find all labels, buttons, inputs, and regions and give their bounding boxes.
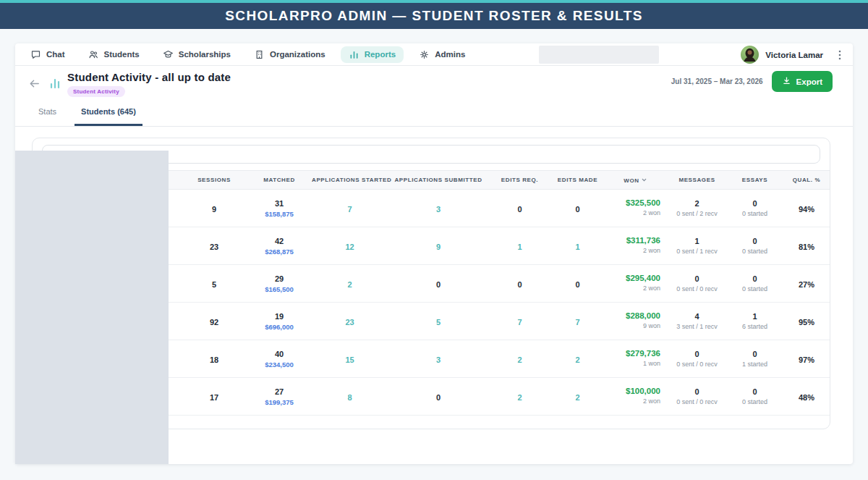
edits-made-value: 0 — [575, 205, 579, 214]
sessions-cell: 9 — [182, 190, 247, 227]
apps-submitted-value-cell: 4 — [388, 416, 489, 430]
apps-submitted-value-cell: 9 — [388, 227, 489, 265]
won-amount: $295,400 — [626, 274, 660, 282]
col-messages[interactable]: MESSAGES — [666, 171, 728, 190]
messages-count: 2 — [666, 199, 728, 208]
matched-cell: 33 — [247, 416, 312, 430]
matched-amount-link[interactable]: $199,375 — [247, 398, 312, 406]
essays-cell: 01 started — [728, 340, 782, 378]
apps-started-value-cell: 7 — [312, 190, 388, 227]
nav-item-admins[interactable]: Admins — [411, 46, 473, 63]
nav-item-scholarships[interactable]: Scholarships — [155, 46, 239, 63]
col-applications-submitted[interactable]: APPLICATIONS SUBMITTED — [388, 171, 489, 190]
col-applications-started[interactable]: APPLICATIONS STARTED — [312, 171, 388, 190]
user-menu: Victoria Lamar — [741, 43, 844, 66]
col-edits-made[interactable]: EDITS MADE — [550, 171, 605, 190]
matched-cell: 42$268,875 — [247, 227, 312, 265]
essays-sub: 6 started — [728, 323, 782, 330]
reports-icon — [349, 49, 359, 60]
edits-made-value[interactable]: 2 — [575, 393, 579, 402]
apps-submitted-value[interactable]: 5 — [436, 318, 441, 327]
apps-started-value[interactable]: 15 — [345, 355, 354, 364]
matched-amount-link[interactable]: $696,000 — [247, 323, 312, 331]
tab-students[interactable]: Students (645) — [75, 107, 142, 126]
edits-made-value-cell: 0 — [550, 190, 605, 227]
edits-req-value: 0 — [517, 205, 522, 214]
matched-amount-link[interactable]: $268,875 — [247, 248, 312, 256]
nav-item-organizations[interactable]: Organizations — [246, 46, 333, 63]
apps-started-value[interactable]: 2 — [347, 280, 352, 289]
won-sub: 2 won — [626, 397, 660, 405]
avatar[interactable] — [741, 46, 759, 64]
sessions-value: 17 — [210, 393, 218, 402]
col-essays[interactable]: ESSAYS — [728, 171, 782, 190]
back-arrow-icon[interactable] — [28, 77, 41, 93]
edits-req-value-cell: 0 — [489, 190, 550, 227]
won-amount: $325,500 — [626, 198, 660, 207]
essays-sub: 0 started — [728, 398, 782, 405]
edits-made-value[interactable]: 2 — [575, 355, 579, 364]
edits-req-value[interactable]: 1 — [517, 243, 522, 251]
edits-made-value-cell: 2 — [550, 340, 605, 378]
redacted-overlay — [15, 151, 169, 464]
matched-amount-link[interactable]: $165,500 — [247, 285, 312, 293]
nav-item-reports[interactable]: Reports — [341, 46, 404, 63]
apps-submitted-value-cell: 3 — [388, 340, 489, 378]
nav-item-students[interactable]: Students — [80, 46, 148, 63]
apps-started-value[interactable]: 12 — [345, 243, 354, 251]
qual-cell: 48% — [782, 378, 830, 416]
edits-req-value[interactable]: 2 — [517, 393, 522, 402]
sessions-value: 5 — [212, 280, 216, 289]
sessions-cell: 28 — [182, 416, 247, 430]
qual-cell: 94% — [782, 190, 830, 227]
won-cell: $279,7361 won — [605, 340, 666, 378]
nav-label: Students — [104, 50, 140, 59]
essays-sub: 0 started — [728, 248, 782, 255]
messages-sub: 0 sent / 0 recv — [666, 361, 728, 368]
matched-count: 19 — [247, 312, 312, 321]
edits-made-value-cell: 7 — [550, 303, 605, 340]
apps-submitted-value[interactable]: 9 — [436, 243, 441, 251]
qual-value: 81% — [799, 243, 814, 251]
apps-started-value[interactable]: 8 — [347, 393, 352, 402]
messages-sub: 0 sent / 0 recv — [666, 398, 728, 405]
export-button[interactable]: Export — [772, 71, 833, 92]
essays-count: 0 — [728, 199, 782, 208]
messages-cell: 43 sent / 1 recv — [666, 303, 728, 340]
matched-count: 42 — [247, 237, 312, 245]
edits-made-value-cell: 0 — [550, 265, 605, 303]
apps-started-value[interactable]: 7 — [347, 205, 352, 214]
col-matched[interactable]: MATCHED — [247, 171, 312, 190]
scholarships-icon — [163, 49, 174, 60]
report-category-badge[interactable]: Student Activity — [67, 86, 125, 97]
essays-sub: 0 started — [728, 210, 782, 217]
organizations-icon — [254, 49, 265, 60]
essays-cell: 00 started — [728, 227, 782, 265]
nav-search-field[interactable] — [539, 46, 659, 64]
apps-started-value[interactable]: 23 — [345, 318, 354, 327]
sessions-cell: 92 — [182, 303, 247, 340]
apps-submitted-value[interactable]: 3 — [436, 205, 441, 214]
sessions-cell: 5 — [182, 265, 247, 303]
matched-amount-link[interactable]: $158,875 — [247, 210, 312, 218]
essays-cell: 00 started — [728, 378, 782, 416]
kebab-menu-icon[interactable] — [835, 49, 844, 61]
edits-made-value: 0 — [575, 280, 579, 289]
col-edits-req[interactable]: EDITS REQ. — [489, 171, 550, 190]
edits-req-value[interactable]: 2 — [517, 355, 522, 364]
won-cell: $100,0002 won — [605, 378, 666, 416]
nav-label: Reports — [365, 50, 396, 59]
col-sessions[interactable]: SESSIONS — [182, 171, 247, 190]
matched-count: 29 — [247, 274, 312, 283]
apps-started-value-cell: 2 — [312, 265, 388, 303]
matched-amount-link[interactable]: $234,500 — [247, 361, 312, 369]
edits-req-value[interactable]: 7 — [517, 318, 522, 327]
tab-stats[interactable]: Stats — [32, 107, 63, 126]
edits-made-value[interactable]: 7 — [575, 318, 579, 327]
col-qual-pct[interactable]: QUAL. % — [782, 171, 830, 190]
admins-icon — [419, 49, 430, 60]
nav-item-chat[interactable]: Chat — [22, 46, 73, 63]
col-won[interactable]: WON — [605, 171, 666, 190]
edits-made-value[interactable]: 1 — [575, 243, 579, 251]
apps-submitted-value[interactable]: 3 — [436, 355, 441, 364]
